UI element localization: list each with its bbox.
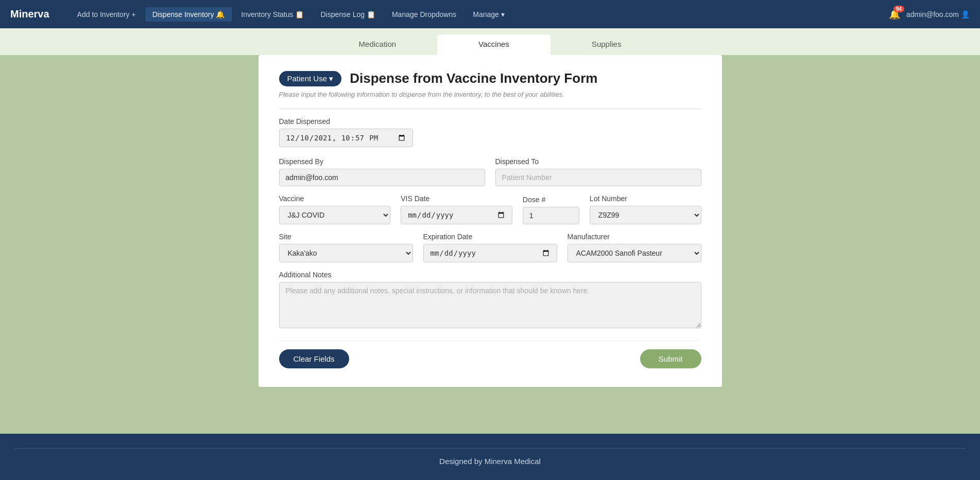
lot-number-col: Lot Number Z9Z99 xyxy=(590,194,701,224)
site-select[interactable]: Kaka'ako xyxy=(279,244,413,262)
form-card: Patient Use ▾ Dispense from Vaccine Inve… xyxy=(259,55,722,387)
manufacturer-col: Manufacturer ACAM2000 Sanofi Pasteur xyxy=(568,233,701,262)
dispensed-to-label: Dispensed To xyxy=(495,157,701,166)
dose-input[interactable] xyxy=(523,207,579,224)
nav-manage-dropdowns[interactable]: Manage Dropdowns xyxy=(385,7,463,22)
dispensed-to-input[interactable] xyxy=(495,169,701,186)
nav-dispense-log[interactable]: Dispense Log 📋 xyxy=(313,7,383,22)
date-dispensed-label: Date Dispensed xyxy=(279,117,701,126)
date-dispensed-input[interactable] xyxy=(279,129,413,147)
nav-manage[interactable]: Manage ▾ xyxy=(466,7,511,22)
navbar: Minerva Add to Inventory + Dispense Inve… xyxy=(0,0,980,28)
expiration-date-col: Expiration Date xyxy=(423,233,557,262)
header-divider xyxy=(279,109,701,109)
site-col: Site Kaka'ako xyxy=(279,233,413,262)
additional-notes-group: Additional Notes xyxy=(279,271,701,330)
dose-label: Dose # xyxy=(523,195,579,204)
site-row: Site Kaka'ako Expiration Date Manufactur… xyxy=(279,233,701,262)
dispensed-by-to-row: Dispensed By Dispensed To xyxy=(279,157,701,186)
tabs-bar: Medication Vaccines Supplies xyxy=(0,28,980,55)
lot-number-select[interactable]: Z9Z99 xyxy=(590,206,701,224)
vaccine-select[interactable]: J&J COVID xyxy=(279,206,391,224)
additional-notes-label: Additional Notes xyxy=(279,271,701,279)
dose-col: Dose # xyxy=(523,195,579,224)
nav-dispense-inventory[interactable]: Dispense Inventory 🔔 xyxy=(145,7,232,22)
date-dispensed-group: Date Dispensed xyxy=(279,117,701,147)
vaccine-row: Vaccine J&J COVID VIS Date Dose # Lot Nu… xyxy=(279,194,701,224)
form-subtitle: Please input the following information t… xyxy=(279,91,701,98)
footer-divider xyxy=(14,448,966,449)
dispensed-to-col: Dispensed To xyxy=(495,157,701,186)
expiration-date-label: Expiration Date xyxy=(423,233,557,241)
clear-fields-button[interactable]: Clear Fields xyxy=(279,349,349,368)
vis-date-col: VIS Date xyxy=(401,194,512,224)
tab-vaccines[interactable]: Vaccines xyxy=(437,34,551,55)
vaccine-label: Vaccine xyxy=(279,194,391,203)
nav-inventory-status[interactable]: Inventory Status 📋 xyxy=(234,7,311,22)
form-title: Dispense from Vaccine Inventory Form xyxy=(350,70,597,86)
dispensed-by-label: Dispensed By xyxy=(279,157,485,166)
nav-add-inventory[interactable]: Add to Inventory + xyxy=(70,7,143,22)
vis-date-label: VIS Date xyxy=(401,194,512,203)
vis-date-input[interactable] xyxy=(401,206,512,224)
notification-badge: 94 xyxy=(893,6,904,12)
footer-text: Designed by Minerva Medical xyxy=(439,457,541,466)
form-actions: Clear Fields Submit xyxy=(279,341,701,368)
notification-button[interactable]: 🔔 94 xyxy=(889,9,900,20)
patient-use-button[interactable]: Patient Use ▾ xyxy=(279,71,342,86)
footer: Designed by Minerva Medical xyxy=(0,434,980,480)
site-label: Site xyxy=(279,233,413,241)
submit-button[interactable]: Submit xyxy=(640,349,701,368)
manufacturer-label: Manufacturer xyxy=(568,233,701,241)
brand-logo: Minerva xyxy=(10,8,49,20)
form-header: Patient Use ▾ Dispense from Vaccine Inve… xyxy=(279,70,701,86)
additional-notes-textarea[interactable] xyxy=(279,282,701,328)
user-email-label: admin@foo.com 👤 xyxy=(906,10,970,19)
nav-links: Add to Inventory + Dispense Inventory 🔔 … xyxy=(70,7,889,22)
vaccine-col: Vaccine J&J COVID xyxy=(279,194,391,224)
tab-medication[interactable]: Medication xyxy=(318,34,438,55)
lot-number-label: Lot Number xyxy=(590,194,701,203)
dispensed-by-col: Dispensed By xyxy=(279,157,485,186)
expiration-date-input[interactable] xyxy=(423,244,557,262)
manufacturer-select[interactable]: ACAM2000 Sanofi Pasteur xyxy=(568,244,701,262)
dispensed-by-input[interactable] xyxy=(279,169,485,186)
navbar-right: 🔔 94 admin@foo.com 👤 xyxy=(889,9,970,20)
tab-supplies[interactable]: Supplies xyxy=(551,34,663,55)
main-content: Patient Use ▾ Dispense from Vaccine Inve… xyxy=(0,55,980,434)
